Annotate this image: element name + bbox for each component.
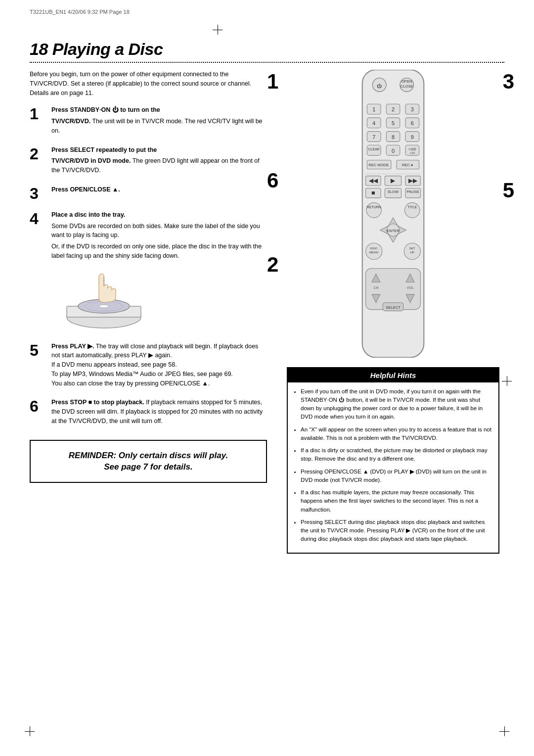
step-2-title: Press SELECT repeatedly to put the	[51, 146, 157, 153]
step-1: 1 Press STANDBY·ON ⏻ to turn on the TV/V…	[30, 105, 267, 137]
step-5-number: 5	[30, 342, 45, 390]
svg-text:+10: +10	[409, 151, 415, 154]
svg-text:SLOW: SLOW	[388, 189, 399, 194]
svg-text:▶: ▶	[391, 177, 396, 184]
title-rule	[30, 62, 504, 63]
step-6-body: Press STOP ■ to stop playback. If playba…	[51, 398, 267, 425]
svg-text:CLOSE: CLOSE	[400, 84, 413, 89]
svg-text:TITLE: TITLE	[407, 205, 417, 209]
helpful-hints-body: Even if you turn off the unit in DVD mod…	[288, 382, 498, 553]
step-5-body: Press PLAY ▶. The tray will close and pl…	[51, 342, 267, 388]
svg-text:RETURN: RETURN	[367, 205, 381, 209]
helpful-hints-title: Helpful Hints	[288, 368, 498, 382]
svg-text:8: 8	[392, 134, 395, 140]
svg-text:▶▶: ▶▶	[408, 177, 418, 184]
reminder-box: REMINDER: Only certain discs will play. …	[30, 440, 267, 483]
step-6-number: 6	[30, 398, 45, 427]
hint-6: Pressing SELECT during disc playback sto…	[301, 518, 492, 544]
step-3-title: Press OPEN/CLOSE ▲.	[51, 186, 120, 193]
svg-text:REC MODE: REC MODE	[368, 163, 389, 167]
reminder-text: REMINDER: Only certain discs will play. …	[43, 450, 254, 473]
registration-mark-bottom-right	[499, 726, 509, 736]
svg-text:SET: SET	[409, 246, 415, 250]
hint-4: Pressing OPEN/CLOSE ▲ (DVD) or PLAY ▶ (D…	[301, 468, 492, 485]
step-2-body: TV/VCR/DVD in DVD mode. The green DVD li…	[51, 156, 267, 175]
svg-text:■: ■	[371, 189, 375, 196]
svg-text:CLEAR: CLEAR	[368, 147, 380, 151]
svg-text:◀◀: ◀◀	[369, 177, 378, 184]
svg-text:CH: CH	[373, 286, 378, 289]
step-2-number: 2	[30, 145, 45, 177]
step-6: 6 Press STOP ■ to stop playback. If play…	[30, 398, 267, 427]
right-column: 1 3 6 5 2 ⏻ OPEN CLOSE	[282, 70, 504, 554]
helpful-hints-box: Helpful Hints Even if you turn off the u…	[287, 367, 499, 554]
remote-label-6: 6	[267, 169, 278, 192]
step-4-body2: Or, if the DVD is recorded on only one s…	[51, 242, 267, 261]
remote-label-3: 3	[503, 70, 514, 94]
svg-text:4: 4	[372, 120, 375, 126]
right-wrapper: 1 3 6 5 2 ⏻ OPEN CLOSE	[282, 70, 504, 554]
svg-text:7: 7	[372, 134, 375, 140]
svg-text:1: 1	[372, 106, 375, 112]
step-4-content: Place a disc into the tray. Some DVDs ar…	[51, 210, 267, 263]
step-3-content: Press OPEN/CLOSE ▲.	[51, 185, 267, 202]
svg-text:ENTER: ENTER	[387, 229, 400, 233]
step-4: 4 Place a disc into the tray. Some DVDs …	[30, 210, 267, 263]
step-6-content: Press STOP ■ to stop playback. If playba…	[51, 398, 267, 427]
helpful-hints-list: Even if you turn off the unit in DVD mod…	[294, 387, 492, 544]
hint-5: If a disc has multiple layers, the pictu…	[301, 488, 492, 514]
registration-mark-top	[213, 25, 222, 35]
step-4-number: 4	[30, 210, 45, 263]
svg-text:9: 9	[411, 134, 414, 140]
step-3: 3 Press OPEN/CLOSE ▲.	[30, 185, 267, 202]
disc-tray-illustration	[59, 273, 148, 332]
svg-text:⏻: ⏻	[377, 83, 382, 89]
step-1-content: Press STANDBY·ON ⏻ to turn on the TV/VCR…	[51, 105, 267, 137]
step-1-title: Press STANDBY·ON ⏻ to turn on the	[51, 106, 160, 113]
left-column: Before you begin, turn on the power of o…	[30, 70, 267, 554]
step-1-number: 1	[30, 105, 45, 137]
svg-text:VOL: VOL	[407, 286, 414, 289]
step-5: 5 Press PLAY ▶. The tray will close and …	[30, 342, 267, 390]
two-column-layout: Before you begin, turn on the power of o…	[30, 70, 504, 554]
intro-text: Before you begin, turn on the power of o…	[30, 70, 267, 97]
step-4-body1: Some DVDs are recorded on both sides. Ma…	[51, 222, 267, 240]
remote-label-1: 1	[267, 70, 278, 94]
svg-text:UP: UP	[410, 250, 414, 254]
svg-text:MENU: MENU	[369, 250, 379, 254]
hint-1: Even if you turn off the unit in DVD mod…	[301, 387, 492, 422]
svg-text:0: 0	[392, 148, 395, 154]
page-title: 18 Playing a Disc	[30, 40, 504, 59]
svg-text:PAUSE: PAUSE	[407, 189, 419, 194]
remote-label-2: 2	[267, 253, 278, 277]
hint-3: If a disc is dirty or scratched, the pic…	[301, 446, 492, 464]
svg-text:5: 5	[392, 120, 395, 126]
step-2: 2 Press SELECT repeatedly to put the TV/…	[30, 145, 267, 177]
remote-label-5: 5	[503, 179, 514, 202]
step-4-title: Place a disc into the tray.	[51, 211, 125, 218]
svg-point-3	[99, 305, 109, 308]
hint-2: An "X" will appear on the screen when yo…	[301, 425, 492, 443]
main-content: 18 Playing a Disc Before you begin, turn…	[30, 40, 504, 726]
page-header: T3221UB_EN1 4/20/06 9:32 PM Page 18	[30, 9, 504, 15]
svg-text:6: 6	[411, 120, 414, 126]
remote-control-diagram: ⏻ OPEN CLOSE 1 2 3 4	[349, 70, 438, 359]
step-1-body: TV/VCR/DVD. The unit will be in TV/VCR m…	[51, 117, 267, 136]
svg-text:DISC: DISC	[370, 246, 378, 250]
svg-text:3: 3	[411, 106, 414, 112]
step-2-content: Press SELECT repeatedly to put the TV/VC…	[51, 145, 267, 177]
svg-text:OPEN: OPEN	[401, 79, 412, 84]
step-5-content: Press PLAY ▶. The tray will close and pl…	[51, 342, 267, 390]
svg-text:REC ●: REC ●	[402, 163, 413, 167]
svg-text:2: 2	[392, 106, 395, 112]
header-text: T3221UB_EN1 4/20/06 9:32 PM Page 18	[30, 9, 130, 15]
svg-text:SELECT: SELECT	[386, 305, 400, 310]
registration-mark-bottom-left	[25, 726, 35, 736]
step-3-number: 3	[30, 185, 45, 202]
